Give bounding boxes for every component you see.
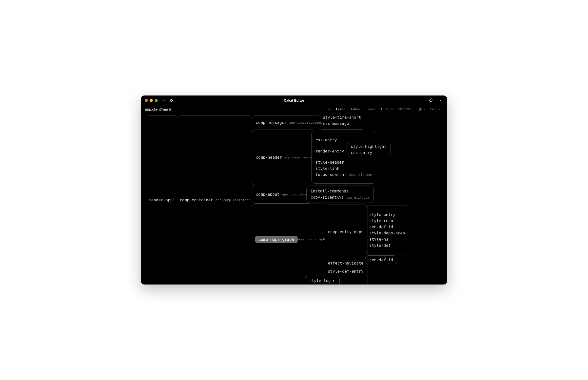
- graph-item[interactable]: gen-def-id: [369, 258, 393, 262]
- maximize-icon[interactable]: [155, 99, 158, 102]
- graph-canvas[interactable]: render-app! comp-container app.comp.cont…: [141, 113, 447, 285]
- back-icon[interactable]: ←: [162, 98, 167, 103]
- tab-files[interactable]: Files: [324, 107, 331, 111]
- item-label: copy-silently!: [311, 195, 344, 200]
- external-link-icon: ↗: [412, 108, 413, 111]
- graph-item[interactable]: style-recur: [369, 218, 405, 223]
- item-label: style-entry: [369, 212, 395, 217]
- graph-chip-comp-deps-graph[interactable]: comp-deps-graph: [255, 236, 298, 243]
- traffic-lights: [145, 99, 158, 102]
- graph-panel-effect: gen-def-id: [365, 255, 397, 264]
- item-label: effect-navigate: [328, 261, 364, 266]
- node-label: render-app!: [149, 198, 175, 202]
- item-ns: app.util.dom: [349, 173, 372, 177]
- graph-row-deps-graph[interactable]: [252, 204, 321, 285]
- graph-item[interactable]: style-header: [315, 160, 372, 165]
- graph-item[interactable]: style-highlight: [351, 144, 387, 149]
- graph-item[interactable]: style-def: [369, 243, 405, 248]
- graph-row-messages[interactable]: comp-messages app.comp.messages: [252, 115, 319, 130]
- graph-panel-login: style-login: [305, 276, 340, 285]
- item-label: style-highlight: [351, 144, 387, 149]
- graph-panel-render-entry: style-highlight css-entry: [347, 142, 391, 157]
- graph-item[interactable]: comp-entry-deps: [328, 229, 364, 234]
- graph-item[interactable]: style-deps-area: [369, 231, 405, 235]
- graph-item[interactable]: focus-search!app.util.dom: [315, 172, 372, 177]
- graph-item[interactable]: style-ns: [369, 237, 405, 242]
- node-label: comp-about: [256, 192, 279, 197]
- node-label: comp-header: [256, 155, 282, 160]
- minimize-icon[interactable]: [150, 99, 153, 102]
- node-ns: app.comp.header: [284, 155, 313, 159]
- tab-profile[interactable]: Profile:1: [430, 107, 443, 111]
- app-window: ← ⟳ Calcit Editor ⋮ app.client/main! Fil…: [141, 95, 447, 285]
- graph-item[interactable]: style-entry: [369, 212, 405, 217]
- node-label: comp-container: [180, 198, 213, 202]
- tab-graph[interactable]: Graph: [336, 107, 346, 111]
- window-title: Calcit Editor: [284, 98, 304, 102]
- graph-row-header[interactable]: comp-header app.comp.header: [252, 130, 314, 185]
- graph-item[interactable]: style-def-entry: [328, 269, 364, 274]
- graph-item[interactable]: style-login: [309, 278, 335, 283]
- graph-chip-ns: app.comp.graph: [298, 237, 325, 241]
- item-label: style-def: [369, 243, 391, 248]
- item-label: style-deps-area: [369, 231, 405, 235]
- graph-item[interactable]: effect-navigate: [328, 261, 364, 266]
- tabs: Files Graph Editor Search Configs Shortc…: [324, 107, 443, 111]
- subbar: app.client/main! Files Graph Editor Sear…: [141, 105, 447, 113]
- item-label: css-entry: [315, 138, 337, 142]
- graph-col-render-app[interactable]: render-app!: [146, 115, 178, 285]
- graph-item[interactable]: style-link: [315, 166, 372, 171]
- item-label: css-entry: [351, 150, 372, 155]
- reload-icon[interactable]: ⟳: [170, 98, 173, 103]
- graph-panel-about: install-commands copy-silently!app.util.…: [306, 186, 374, 203]
- tab-configs[interactable]: Configs: [381, 107, 393, 111]
- item-label: install-commands: [311, 189, 349, 193]
- titlebar: ← ⟳ Calcit Editor ⋮: [141, 95, 447, 105]
- breadcrumb: app.client/main!: [145, 107, 171, 111]
- item-label: gen-def-id: [369, 225, 393, 229]
- graph-item[interactable]: copy-silently!app.util.dom: [311, 195, 370, 200]
- graph-item[interactable]: css-message: [323, 121, 361, 126]
- extensions-icon[interactable]: [429, 98, 433, 103]
- graph-panel-entry-deps: style-entry style-recur gen-def-id style…: [365, 206, 409, 254]
- graph-item[interactable]: gen-def-id: [369, 225, 405, 229]
- item-label: css-message: [323, 121, 349, 126]
- node-ns: app.comp.about: [282, 192, 309, 196]
- close-icon[interactable]: [145, 99, 148, 102]
- tab-shortcuts-label: Shortcuts: [398, 107, 411, 111]
- item-label: focus-search!: [315, 172, 346, 177]
- tab-shortcuts[interactable]: Shortcuts↗: [398, 107, 413, 111]
- tab-search[interactable]: Search: [366, 107, 376, 111]
- item-ns: app.util.dom: [346, 196, 370, 199]
- graph-row-about[interactable]: comp-about app.comp.about: [252, 185, 309, 204]
- item-label: gen-def-id: [369, 258, 393, 262]
- node-ns: app.comp.container: [216, 198, 250, 202]
- graph-item[interactable]: style-time-short: [323, 115, 361, 120]
- graph-panel-deps: comp-entry-deps effect-navigate style-de…: [324, 205, 368, 285]
- node-ns: app.comp.messages: [289, 121, 322, 124]
- item-label: comp-entry-deps: [328, 229, 364, 234]
- graph-item[interactable]: css-entry: [351, 150, 387, 155]
- graph-panel-header: css-entry render-entry style-header styl…: [311, 131, 376, 184]
- item-label: style-time-short: [323, 115, 361, 120]
- menu-icon[interactable]: ⋮: [438, 98, 443, 103]
- item-label: style-link: [315, 166, 339, 171]
- broadcast-icon[interactable]: ((•)): [419, 107, 425, 111]
- item-label: style-login: [309, 278, 335, 283]
- item-label: style-def-entry: [328, 269, 364, 274]
- item-label: style-ns: [369, 237, 388, 242]
- graph-item[interactable]: install-commands: [311, 189, 370, 193]
- item-label: render-entry: [315, 149, 344, 153]
- graph-col-comp-container[interactable]: comp-container app.comp.container: [178, 115, 252, 285]
- graph-panel-messages: style-time-short css-message: [319, 113, 365, 130]
- item-label: style-header: [315, 160, 344, 165]
- item-label: style-recur: [369, 218, 395, 223]
- tab-editor[interactable]: Editor: [351, 107, 360, 111]
- node-label: comp-messages: [256, 120, 287, 125]
